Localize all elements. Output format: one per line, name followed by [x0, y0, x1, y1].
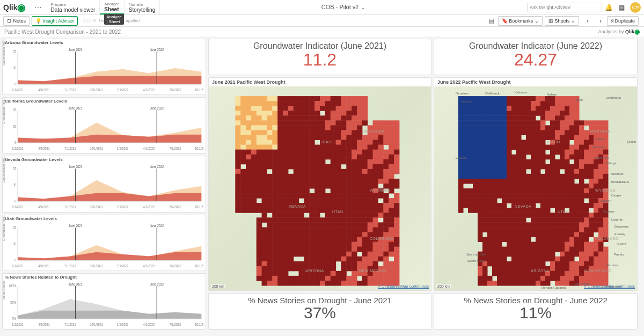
- svg-rect-1751: [531, 193, 536, 199]
- svg-rect-390: [235, 150, 240, 155]
- svg-rect-1908: [492, 222, 497, 228]
- svg-rect-737: [346, 203, 352, 208]
- insight-search-input[interactable]: [527, 3, 602, 12]
- svg-rect-1880: [482, 217, 487, 223]
- duplicate-button[interactable]: ⎘ Duplicate: [607, 16, 639, 26]
- bookmarks-button[interactable]: 🔖 Bookmarks ⌄: [498, 16, 543, 26]
- svg-rect-1705: [458, 188, 463, 194]
- svg-text:10/1/2021: 10/1/2021: [90, 147, 103, 150]
- svg-rect-2065: [507, 252, 511, 257]
- selections-forward[interactable]: ▷: [87, 18, 91, 23]
- svg-rect-1709: [478, 188, 482, 194]
- chart-california[interactable]: California Groundwater Levels Groundwate…: [2, 97, 206, 154]
- prev-sheet-button[interactable]: ‹: [582, 16, 593, 26]
- app-title[interactable]: COB - Pilot v2⌄: [160, 4, 527, 11]
- selections-tool-icon[interactable]: ▤: [486, 16, 497, 26]
- svg-rect-397: [272, 150, 277, 155]
- svg-rect-2190: [487, 276, 492, 281]
- svg-rect-1087: [389, 266, 394, 272]
- nav-prepare[interactable]: Prepare Data model viewer: [46, 0, 100, 14]
- svg-rect-1387: [492, 135, 497, 140]
- kpi-2021[interactable]: Groundwater Indicator (June 2021) 11.2: [208, 39, 431, 75]
- map-2022[interactable]: June 2022 Pacific West Drought MONTANAWY…: [434, 77, 638, 291]
- svg-rect-1976: [565, 232, 569, 237]
- svg-rect-1459: [555, 145, 560, 150]
- notes-button[interactable]: 🗒 Notes: [3, 16, 30, 26]
- map-2021[interactable]: June 2021 Pacific West Drought MONTANAWY…: [208, 77, 431, 291]
- chart-news[interactable]: % News Stories Related to Drought News S…: [2, 273, 206, 330]
- svg-rect-1954: [584, 227, 589, 232]
- svg-rect-1242: [468, 111, 473, 116]
- svg-rect-244: [262, 125, 267, 130]
- svg-rect-1252: [516, 111, 521, 116]
- svg-rect-741: [368, 203, 373, 208]
- svg-rect-1810: [531, 203, 536, 208]
- svg-rect-500: [336, 164, 341, 170]
- svg-rect-2122: [536, 261, 540, 267]
- svg-rect-379: [336, 145, 341, 150]
- bell-icon[interactable]: 🔔: [603, 2, 614, 13]
- news-kpi-2022[interactable]: % News Stories on Drought - June 2022 11…: [434, 293, 638, 330]
- svg-rect-907: [257, 237, 262, 242]
- svg-rect-525: [320, 169, 325, 174]
- svg-rect-1365: [536, 130, 540, 135]
- next-sheet-button[interactable]: ›: [595, 16, 606, 26]
- nav-analyze[interactable]: Analyze Sheet Analyze | Sheet: [100, 0, 124, 14]
- svg-rect-680: [352, 193, 357, 199]
- svg-rect-2132: [589, 261, 594, 267]
- svg-rect-1371: [565, 130, 569, 135]
- svg-rect-2139: [497, 266, 502, 272]
- svg-rect-1246: [487, 111, 492, 116]
- svg-rect-779: [272, 213, 277, 218]
- svg-rect-1147: [304, 281, 309, 286]
- map-attribution[interactable]: © OpenStreetMap contributors: [378, 284, 429, 288]
- svg-rect-865: [320, 227, 325, 232]
- selections-back[interactable]: ◁: [82, 18, 85, 23]
- svg-rect-225: [320, 120, 325, 126]
- svg-rect-1368: [550, 130, 555, 135]
- sheets-button[interactable]: ▥ Sheets ⌄: [545, 16, 579, 26]
- map-attribution[interactable]: © OpenStreetMap contributors: [584, 284, 635, 288]
- svg-text:30: 30: [13, 125, 17, 128]
- grid-icon[interactable]: ▦: [616, 2, 627, 13]
- svg-rect-504: [362, 164, 368, 170]
- svg-rect-1979: [579, 232, 584, 237]
- svg-rect-376: [320, 145, 325, 150]
- brand-logo[interactable]: Qlik◉: [3, 2, 26, 13]
- insight-advisor-button[interactable]: 💡 Insight Advisor: [32, 16, 78, 26]
- svg-rect-1764: [594, 193, 598, 199]
- svg-rect-1151: [325, 281, 331, 286]
- svg-rect-1955: [589, 227, 594, 232]
- svg-rect-1559: [468, 164, 473, 170]
- svg-rect-1657: [507, 179, 511, 184]
- news-kpi-2021[interactable]: % News Stories on Drought - June 2021 37…: [208, 293, 431, 330]
- clear-selections[interactable]: ⊘: [93, 18, 97, 23]
- svg-rect-199: [314, 115, 320, 121]
- svg-rect-1364: [531, 130, 536, 135]
- nav-narrate[interactable]: Narrate Storytelling: [125, 0, 160, 14]
- svg-rect-651: [352, 188, 357, 194]
- svg-rect-498: [325, 164, 331, 170]
- svg-rect-2120: [526, 261, 531, 267]
- svg-rect-1953: [579, 227, 584, 232]
- user-avatar[interactable]: CP: [630, 2, 641, 13]
- svg-rect-512: [240, 169, 246, 174]
- kpi-2022[interactable]: Groundwater Indicator (June 2022) 24.27: [434, 39, 638, 75]
- svg-rect-1343: [574, 125, 579, 130]
- svg-rect-2113: [492, 261, 497, 267]
- svg-rect-1831: [492, 208, 497, 213]
- svg-rect-1028: [341, 257, 346, 262]
- svg-rect-137: [246, 106, 251, 111]
- svg-rect-1307: [550, 120, 555, 126]
- svg-rect-1924: [569, 222, 574, 228]
- svg-rect-1227: [516, 106, 521, 111]
- svg-text:100%: 100%: [9, 284, 17, 288]
- svg-rect-448: [378, 155, 383, 160]
- chart-utah[interactable]: Utah Groundwater Levels Groundwater Ind.…: [2, 215, 206, 271]
- svg-rect-1323: [478, 125, 482, 130]
- more-menu-icon[interactable]: ⋯: [34, 3, 42, 12]
- svg-rect-118: [277, 101, 283, 106]
- svg-rect-1458: [550, 145, 555, 150]
- chart-arizona[interactable]: Arizona Groundwater Levels Groundwater I…: [2, 39, 206, 95]
- chart-nevada[interactable]: Nevada Groundwater Levels Groundwater In…: [2, 156, 206, 212]
